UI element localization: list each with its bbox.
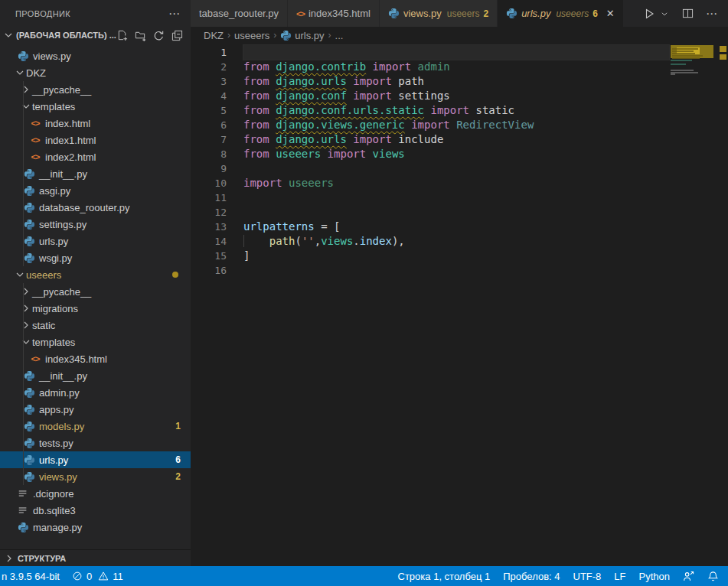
problems-status[interactable]: 0 11 (72, 571, 123, 582)
tree-item-wsgi.py[interactable]: wsgi.py (0, 249, 191, 266)
tree-item-apps.py[interactable]: apps.py (0, 401, 191, 418)
error-icon (72, 571, 83, 581)
minimap-line (671, 70, 694, 71)
code-editor[interactable]: 12from django.contrib import admin3from … (191, 44, 728, 566)
tree-item-tests.py[interactable]: tests.py (0, 435, 191, 451)
encoding-status[interactable]: UTF-8 (573, 571, 602, 582)
editor-scrollbar[interactable] (718, 44, 728, 566)
tree-item-label: __pycache__ (32, 84, 91, 96)
workspace-section-actions (116, 30, 191, 41)
tree-item-label: database_roouter.py (39, 202, 130, 213)
html-file-icon: <> (296, 8, 305, 19)
close-icon[interactable]: ✕ (606, 8, 615, 19)
new-file-icon[interactable] (116, 30, 128, 41)
tree-item-templates[interactable]: templates (0, 98, 191, 115)
tree-item-label: __pycache__ (32, 286, 91, 298)
tree-item-label: models.py (39, 421, 84, 432)
tree-item-__pycache__[interactable]: __pycache__ (0, 283, 191, 300)
breadcrumb-item-DKZ[interactable]: DKZ (204, 30, 224, 41)
tree-item-urls.py[interactable]: urls.py6 (0, 451, 191, 468)
breadcrumb-item-urls.py[interactable]: urls.py (280, 30, 324, 41)
line-number: 16 (191, 263, 227, 278)
tree-item-asgi.py[interactable]: asgi.py (0, 182, 191, 199)
tree-item-__init__.py[interactable]: __init__.py (0, 367, 191, 384)
code-line-10: 10import useeers (191, 176, 728, 190)
tab-views.py[interactable]: views.pyuseeers2 (380, 0, 498, 27)
python-file-icon (23, 471, 35, 483)
tree-item-urls.py[interactable]: urls.py (0, 233, 191, 249)
tree-item-models.py[interactable]: models.py1 (0, 418, 191, 435)
editor-more-icon[interactable]: ⋯ (704, 5, 719, 22)
tree-item-index.html[interactable]: <>index.html (0, 115, 191, 132)
indent-guide (23, 216, 24, 233)
chevron-right-icon (20, 285, 32, 298)
new-folder-icon[interactable] (135, 30, 146, 41)
line-number: 10 (191, 176, 227, 190)
tree-item-DKZ[interactable]: DKZ (0, 64, 191, 81)
workspace-section-header[interactable]: (РАБОЧАЯ ОБЛАСТЬ) ... (0, 27, 191, 44)
bell-icon[interactable] (707, 571, 719, 582)
tree-item-database_roouter.py[interactable]: database_roouter.py (0, 199, 191, 216)
code-lines: 12from django.contrib import admin3from … (191, 44, 728, 278)
tree-item-views.py[interactable]: views.py2 (0, 468, 191, 485)
python-file-icon (17, 50, 29, 62)
indent-guide (23, 98, 24, 115)
collapse-all-icon[interactable] (171, 30, 183, 41)
python-file-icon (23, 438, 35, 449)
code-line-3: 3from django.urls import path (191, 74, 728, 89)
tree-item-settings.py[interactable]: settings.py (0, 216, 191, 233)
minimap[interactable] (671, 44, 718, 566)
tree-item-db.sqlite3[interactable]: db.sqlite3 (0, 502, 191, 519)
tree-item-label: .dcignore (33, 488, 73, 500)
breadcrumb-label: ... (335, 30, 344, 41)
tree-item-label: manage.py (33, 522, 82, 533)
tree-item-views.py[interactable]: views.py (0, 47, 191, 64)
code-line-6: 6from django.views.generic import Redire… (191, 118, 728, 132)
tab-tabase_roouter.py[interactable]: tabase_roouter.py (191, 0, 288, 27)
tree-item-label: index345.html (45, 353, 107, 365)
cursor-position-status[interactable]: Строка 1, столбец 1 (398, 571, 491, 582)
tree-item-label: useeers (26, 269, 61, 281)
line-number: 15 (191, 249, 227, 263)
tree-item-templates[interactable]: templates (0, 334, 191, 350)
tab-urls.py[interactable]: urls.pyuseeers6✕ (498, 0, 624, 27)
tree-item-useeers[interactable]: useeers (0, 266, 191, 283)
indentation-status[interactable]: Пробелов: 4 (503, 571, 560, 582)
indent-guide (23, 199, 24, 216)
eol-status[interactable]: LF (614, 571, 625, 582)
tree-item-admin.py[interactable]: admin.py (0, 384, 191, 401)
explorer-title: ПРОВОДНИК (15, 9, 168, 18)
chevron-right-icon (3, 552, 15, 565)
run-dropdown-icon[interactable] (659, 8, 670, 19)
html-file-icon: <> (29, 152, 41, 161)
generic-file-icon (17, 505, 29, 516)
tree-item-migrations[interactable]: migrations (0, 300, 191, 317)
chevron-down-icon (20, 100, 32, 112)
minimap-line (671, 60, 692, 61)
language-status[interactable]: Python (639, 571, 670, 582)
tree-item-index345.html[interactable]: <>index345.html (0, 350, 191, 367)
run-button[interactable] (641, 6, 657, 21)
explorer-more-icon[interactable]: ⋯ (168, 7, 180, 21)
tree-item-.dcignore[interactable]: .dcignore (0, 485, 191, 502)
python-file-icon (23, 421, 35, 432)
tree-item-index1.html[interactable]: <>index1.html (0, 132, 191, 148)
split-editor-icon[interactable] (681, 6, 695, 21)
refresh-icon[interactable] (153, 30, 165, 41)
indent-guide (23, 300, 24, 317)
tree-item-__init__.py[interactable]: __init__.py (0, 165, 191, 182)
indent-guide (23, 283, 24, 300)
tree-item-index2.html[interactable]: <>index2.html (0, 148, 191, 165)
tree-item-manage.py[interactable]: manage.py (0, 519, 191, 536)
tree-item-__pycache__[interactable]: __pycache__ (0, 81, 191, 98)
outline-section-header[interactable]: СТРУКТУРА (0, 549, 191, 566)
html-file-icon: <> (29, 119, 41, 128)
python-file-icon (388, 8, 400, 19)
tree-item-static[interactable]: static (0, 317, 191, 334)
breadcrumb-item-...[interactable]: ... (335, 30, 344, 41)
tab-index345.html[interactable]: <>index345.html (288, 0, 380, 27)
feedback-icon[interactable] (683, 571, 694, 582)
python-version-status[interactable]: n 3.9.5 64-bit (2, 571, 60, 582)
breadcrumb-item-useeers[interactable]: useeers (234, 30, 269, 41)
code-line-14: 14 path('',views.index), (191, 234, 728, 249)
